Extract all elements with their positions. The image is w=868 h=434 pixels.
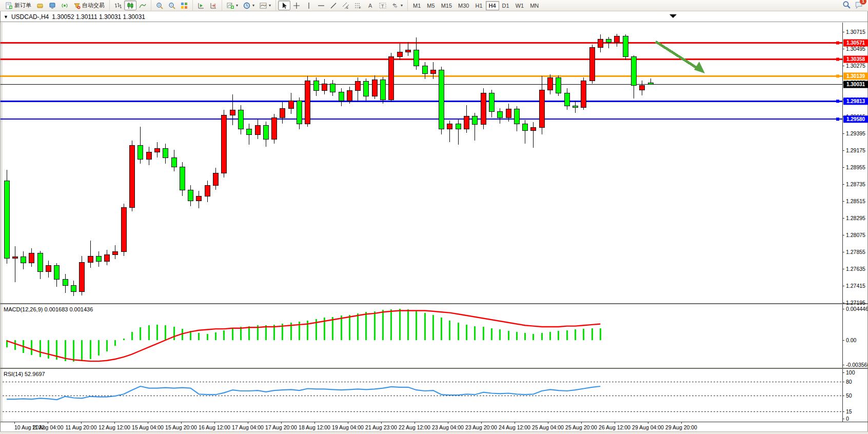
macd-histogram-bar [165, 325, 166, 340]
macd-histogram-bar [532, 334, 534, 340]
signals-button[interactable] [58, 1, 71, 10]
hline-button[interactable] [315, 1, 327, 10]
timeframe-button-h4[interactable]: H4 [486, 1, 499, 10]
time-tick-label: 19 Aug 04:00 [332, 424, 364, 430]
new-order-button-label: 新订单 [14, 2, 31, 9]
notifications-button[interactable]: 1 [855, 1, 863, 11]
macd-histogram-bar [449, 321, 450, 340]
level-line-handle[interactable] [836, 58, 839, 61]
periods-button[interactable]: ▾ [241, 1, 257, 10]
candle-bearish [297, 101, 302, 124]
timeframe-group: M1M5M15M30H1H4D1W1MN [408, 0, 544, 11]
zoom-in-button[interactable] [153, 1, 166, 10]
candle-bullish [539, 90, 544, 128]
macd-histogram-bar [432, 315, 434, 340]
candle-bearish [54, 265, 60, 279]
candle-bearish [556, 77, 561, 93]
toolbar-group: ▾▾▾ [222, 0, 276, 11]
trend-arrow-head[interactable] [694, 62, 705, 73]
time-tick-label: 18 Aug 12:00 [299, 424, 330, 430]
toolbar-right-group: 1 [842, 1, 867, 11]
timeframe-button-m1[interactable]: M1 [410, 1, 424, 10]
tile-windows-button[interactable] [178, 1, 190, 10]
timeframe-button-m30[interactable]: M30 [455, 1, 472, 10]
indicators-icon [227, 2, 234, 9]
cursor-button[interactable] [278, 1, 290, 10]
macd-histogram-bar [106, 340, 108, 351]
crosshair-button[interactable] [290, 1, 303, 10]
auto-scroll-button[interactable] [195, 1, 207, 10]
chevron-down-icon[interactable]: ▾ [401, 3, 403, 8]
window-bottom-edge [0, 431, 868, 434]
crosshair-icon [293, 2, 300, 9]
timeframe-button-h1[interactable]: H1 [472, 1, 485, 10]
level-line-handle[interactable] [836, 117, 839, 121]
candle-bullish [322, 84, 327, 91]
label-button[interactable]: T [377, 1, 389, 10]
chart-shift-marker-icon[interactable] [669, 14, 677, 18]
macd-histogram-bar [207, 334, 208, 340]
level-line-handle[interactable] [836, 100, 839, 103]
search-button[interactable] [842, 1, 851, 11]
new-order-button[interactable]: 新订单 [3, 1, 34, 10]
candle-bearish [37, 253, 43, 271]
vline-icon [305, 2, 312, 9]
candle-chart-button[interactable] [124, 1, 136, 10]
rsi-indicator-label: RSI(14) 52.9697 [4, 371, 45, 377]
shapes-button[interactable]: ▾ [389, 1, 405, 10]
candle-bearish [71, 285, 76, 291]
chart-canvas[interactable]: 1.307151.304951.302751.300551.298351.296… [1, 11, 868, 431]
candle-bearish [573, 106, 578, 108]
bar-chart-button[interactable] [112, 1, 124, 10]
timeframe-button-mn[interactable]: MN [527, 1, 542, 10]
text-button[interactable]: A [364, 1, 377, 10]
timeframe-button-w1[interactable]: W1 [512, 1, 527, 10]
timeframe-button-m5[interactable]: M5 [424, 1, 438, 10]
macd-histogram-bar [215, 332, 216, 340]
autotrade-icon [73, 2, 81, 9]
cube-icon [36, 2, 44, 9]
price-tick-label: 1.29395 [846, 130, 865, 136]
candle-bullish [372, 80, 377, 96]
toolbar-group [151, 0, 193, 11]
trendline-icon [330, 2, 337, 9]
chart-profiles-button[interactable] [34, 1, 46, 10]
label-icon: T [379, 2, 386, 9]
price-level-label: 1.29580 [846, 116, 865, 122]
indicators-button[interactable]: ▾ [224, 1, 241, 10]
candle-bearish [623, 36, 628, 57]
candle-bullish [213, 173, 219, 185]
trendline-button[interactable] [327, 1, 340, 10]
candle-bullish [105, 254, 110, 262]
macd-axis-label: 0.00 [846, 337, 857, 343]
chart-shift-button[interactable] [207, 1, 220, 10]
fibo-button[interactable]: F [352, 1, 364, 10]
chevron-down-icon[interactable]: ▾ [252, 3, 254, 8]
rsi-axis-label: 0 [846, 416, 849, 422]
price-tick-label: 1.27635 [846, 266, 865, 272]
macd-histogram-bar [148, 325, 150, 340]
macd-histogram-bar [357, 313, 359, 340]
channel-button[interactable]: E [340, 1, 352, 10]
chevron-down-icon[interactable]: ▾ [269, 3, 271, 8]
macd-histogram-bar [114, 340, 116, 346]
level-line-handle[interactable] [836, 42, 839, 45]
zoom-out-button[interactable] [166, 1, 178, 10]
macd-histogram-bar [341, 315, 342, 340]
timeframe-button-m15[interactable]: M15 [438, 1, 455, 10]
line-chart-button[interactable] [136, 1, 149, 10]
candle-bearish [21, 257, 26, 263]
market-watch-button[interactable] [46, 1, 58, 10]
chevron-down-icon[interactable]: ▾ [236, 3, 238, 8]
svg-text:T: T [381, 3, 384, 8]
candle-bearish [171, 157, 176, 167]
auto-trading-button[interactable]: 自动交易 [71, 1, 107, 10]
vline-button[interactable] [303, 1, 315, 10]
time-tick-label: 25 Aug 20:00 [565, 424, 597, 430]
candle-bearish [188, 190, 193, 201]
templates-button[interactable]: ▾ [257, 1, 273, 10]
timeframe-button-d1[interactable]: D1 [499, 1, 512, 10]
level-line-handle[interactable] [836, 74, 839, 77]
candle-bullish [506, 109, 511, 118]
time-tick-label: 22 Aug 12:00 [399, 424, 430, 430]
